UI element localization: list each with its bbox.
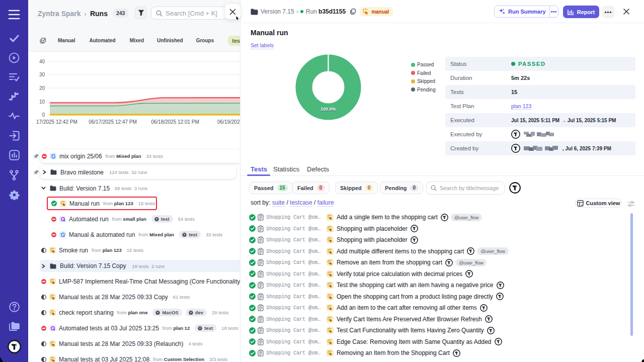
- svg-text:17/2025 12:42 PM: 17/2025 12:42 PM: [36, 119, 77, 125]
- svg-text:06/18/2025 12:01 PM: 06/18/2025 12:01 PM: [151, 119, 199, 125]
- svg-text:20: 20: [39, 85, 45, 91]
- svg-text:40: 40: [39, 59, 45, 64]
- svg-text:10: 10: [39, 99, 45, 105]
- svg-text:06/19/2025: 06/19/2025: [217, 119, 240, 125]
- svg-text:0: 0: [42, 112, 45, 118]
- svg-text:06/17/2025 12:47 PM: 06/17/2025 12:47 PM: [89, 119, 137, 125]
- svg-text:100.0%: 100.0%: [320, 107, 336, 112]
- svg-text:30: 30: [39, 72, 45, 77]
